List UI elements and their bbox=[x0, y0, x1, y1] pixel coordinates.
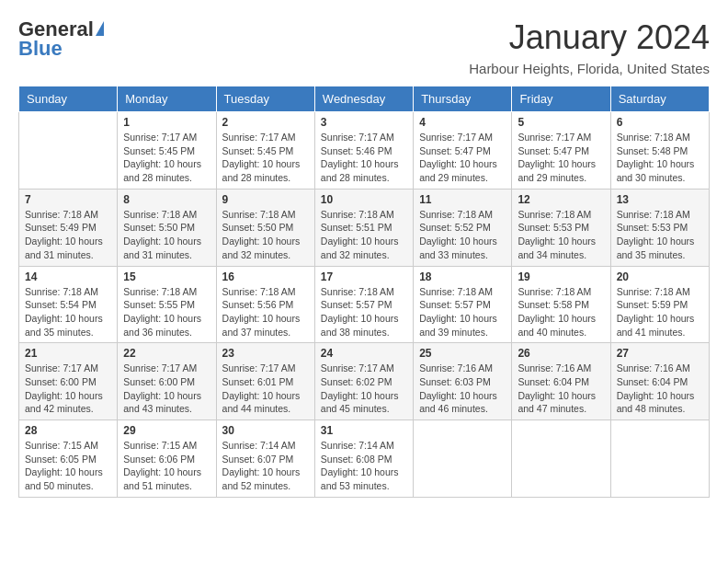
day-number: 11 bbox=[419, 193, 506, 206]
day-info: Sunrise: 7:17 AM Sunset: 6:00 PM Dayligh… bbox=[123, 362, 210, 416]
calendar-cell: 15Sunrise: 7:18 AM Sunset: 5:55 PM Dayli… bbox=[118, 266, 216, 343]
day-number: 23 bbox=[222, 347, 309, 360]
day-number: 15 bbox=[123, 270, 210, 283]
day-number: 27 bbox=[617, 347, 703, 360]
calendar-cell: 21Sunrise: 7:17 AM Sunset: 6:00 PM Dayli… bbox=[19, 343, 118, 420]
day-number: 25 bbox=[419, 347, 506, 360]
weekday-header-row: SundayMondayTuesdayWednesdayThursdayFrid… bbox=[19, 86, 710, 112]
weekday-header-thursday: Thursday bbox=[414, 86, 512, 112]
day-number: 26 bbox=[518, 347, 604, 360]
day-info: Sunrise: 7:14 AM Sunset: 6:07 PM Dayligh… bbox=[222, 439, 309, 493]
calendar-cell: 26Sunrise: 7:16 AM Sunset: 6:04 PM Dayli… bbox=[512, 343, 610, 420]
day-number: 10 bbox=[321, 193, 407, 206]
calendar-cell: 28Sunrise: 7:15 AM Sunset: 6:05 PM Dayli… bbox=[19, 420, 118, 498]
day-info: Sunrise: 7:17 AM Sunset: 5:46 PM Dayligh… bbox=[321, 131, 407, 185]
day-number: 6 bbox=[617, 116, 703, 129]
page-subtitle: Harbour Heights, Florida, United States bbox=[469, 61, 710, 76]
calendar-cell: 14Sunrise: 7:18 AM Sunset: 5:54 PM Dayli… bbox=[19, 266, 118, 343]
weekday-header-sunday: Sunday bbox=[19, 86, 118, 112]
calendar-cell: 19Sunrise: 7:18 AM Sunset: 5:58 PM Dayli… bbox=[512, 266, 610, 343]
day-info: Sunrise: 7:18 AM Sunset: 5:50 PM Dayligh… bbox=[222, 208, 309, 262]
calendar-week-row: 21Sunrise: 7:17 AM Sunset: 6:00 PM Dayli… bbox=[19, 343, 710, 420]
calendar-cell: 9Sunrise: 7:18 AM Sunset: 5:50 PM Daylig… bbox=[216, 189, 314, 266]
page-header: General Blue January 2024 Harbour Height… bbox=[18, 18, 710, 76]
calendar-cell: 6Sunrise: 7:18 AM Sunset: 5:48 PM Daylig… bbox=[610, 112, 709, 190]
day-info: Sunrise: 7:17 AM Sunset: 5:45 PM Dayligh… bbox=[123, 131, 210, 185]
day-info: Sunrise: 7:16 AM Sunset: 6:04 PM Dayligh… bbox=[518, 362, 604, 416]
day-number: 19 bbox=[518, 270, 604, 283]
day-info: Sunrise: 7:17 AM Sunset: 5:45 PM Dayligh… bbox=[222, 131, 309, 185]
logo-arrow-icon bbox=[96, 21, 104, 36]
day-number: 13 bbox=[617, 193, 703, 206]
calendar-cell: 20Sunrise: 7:18 AM Sunset: 5:59 PM Dayli… bbox=[610, 266, 709, 343]
calendar-table: SundayMondayTuesdayWednesdayThursdayFrid… bbox=[18, 86, 710, 498]
day-number: 3 bbox=[321, 116, 407, 129]
day-info: Sunrise: 7:18 AM Sunset: 5:54 PM Dayligh… bbox=[25, 285, 111, 339]
calendar-cell: 8Sunrise: 7:18 AM Sunset: 5:50 PM Daylig… bbox=[118, 189, 216, 266]
day-number: 20 bbox=[617, 270, 703, 283]
day-number: 24 bbox=[321, 347, 407, 360]
logo: General Blue bbox=[18, 18, 104, 59]
day-number: 9 bbox=[222, 193, 309, 206]
day-number: 7 bbox=[25, 193, 111, 206]
day-info: Sunrise: 7:18 AM Sunset: 5:52 PM Dayligh… bbox=[419, 208, 506, 262]
title-block: January 2024 Harbour Heights, Florida, U… bbox=[469, 18, 710, 76]
calendar-cell: 3Sunrise: 7:17 AM Sunset: 5:46 PM Daylig… bbox=[314, 112, 413, 190]
day-info: Sunrise: 7:18 AM Sunset: 5:51 PM Dayligh… bbox=[321, 208, 407, 262]
day-number: 16 bbox=[222, 270, 309, 283]
day-number: 30 bbox=[222, 424, 309, 437]
day-number: 4 bbox=[419, 116, 506, 129]
day-info: Sunrise: 7:16 AM Sunset: 6:04 PM Dayligh… bbox=[617, 362, 703, 416]
day-info: Sunrise: 7:18 AM Sunset: 5:55 PM Dayligh… bbox=[123, 285, 210, 339]
calendar-cell: 13Sunrise: 7:18 AM Sunset: 5:53 PM Dayli… bbox=[610, 189, 709, 266]
calendar-cell: 24Sunrise: 7:17 AM Sunset: 6:02 PM Dayli… bbox=[314, 343, 413, 420]
day-info: Sunrise: 7:18 AM Sunset: 5:58 PM Dayligh… bbox=[518, 285, 604, 339]
calendar-cell bbox=[414, 420, 512, 498]
day-info: Sunrise: 7:17 AM Sunset: 6:02 PM Dayligh… bbox=[321, 362, 407, 416]
calendar-cell bbox=[512, 420, 610, 498]
day-info: Sunrise: 7:14 AM Sunset: 6:08 PM Dayligh… bbox=[321, 439, 407, 493]
calendar-cell: 18Sunrise: 7:18 AM Sunset: 5:57 PM Dayli… bbox=[414, 266, 512, 343]
day-info: Sunrise: 7:18 AM Sunset: 5:56 PM Dayligh… bbox=[222, 285, 309, 339]
calendar-cell: 23Sunrise: 7:17 AM Sunset: 6:01 PM Dayli… bbox=[216, 343, 314, 420]
calendar-cell: 10Sunrise: 7:18 AM Sunset: 5:51 PM Dayli… bbox=[314, 189, 413, 266]
day-number: 21 bbox=[25, 347, 111, 360]
day-number: 17 bbox=[321, 270, 407, 283]
page-title: January 2024 bbox=[469, 18, 710, 57]
day-number: 28 bbox=[25, 424, 111, 437]
day-number: 2 bbox=[222, 116, 309, 129]
day-info: Sunrise: 7:15 AM Sunset: 6:05 PM Dayligh… bbox=[25, 439, 111, 493]
day-info: Sunrise: 7:17 AM Sunset: 5:47 PM Dayligh… bbox=[419, 131, 506, 185]
day-number: 8 bbox=[123, 193, 210, 206]
calendar-cell: 31Sunrise: 7:14 AM Sunset: 6:08 PM Dayli… bbox=[314, 420, 413, 498]
calendar-cell bbox=[19, 112, 118, 190]
weekday-header-monday: Monday bbox=[118, 86, 216, 112]
day-info: Sunrise: 7:17 AM Sunset: 6:01 PM Dayligh… bbox=[222, 362, 309, 416]
calendar-cell: 25Sunrise: 7:16 AM Sunset: 6:03 PM Dayli… bbox=[414, 343, 512, 420]
calendar-cell bbox=[610, 420, 709, 498]
weekday-header-saturday: Saturday bbox=[610, 86, 709, 112]
day-info: Sunrise: 7:18 AM Sunset: 5:49 PM Dayligh… bbox=[25, 208, 111, 262]
day-info: Sunrise: 7:17 AM Sunset: 5:47 PM Dayligh… bbox=[518, 131, 604, 185]
calendar-cell: 30Sunrise: 7:14 AM Sunset: 6:07 PM Dayli… bbox=[216, 420, 314, 498]
calendar-cell: 17Sunrise: 7:18 AM Sunset: 5:57 PM Dayli… bbox=[314, 266, 413, 343]
calendar-cell: 29Sunrise: 7:15 AM Sunset: 6:06 PM Dayli… bbox=[118, 420, 216, 498]
calendar-cell: 27Sunrise: 7:16 AM Sunset: 6:04 PM Dayli… bbox=[610, 343, 709, 420]
weekday-header-tuesday: Tuesday bbox=[216, 86, 314, 112]
calendar-week-row: 1Sunrise: 7:17 AM Sunset: 5:45 PM Daylig… bbox=[19, 112, 710, 190]
day-number: 1 bbox=[123, 116, 210, 129]
day-info: Sunrise: 7:17 AM Sunset: 6:00 PM Dayligh… bbox=[25, 362, 111, 416]
calendar-cell: 7Sunrise: 7:18 AM Sunset: 5:49 PM Daylig… bbox=[19, 189, 118, 266]
calendar-cell: 22Sunrise: 7:17 AM Sunset: 6:00 PM Dayli… bbox=[118, 343, 216, 420]
calendar-cell: 2Sunrise: 7:17 AM Sunset: 5:45 PM Daylig… bbox=[216, 112, 314, 190]
day-number: 5 bbox=[518, 116, 604, 129]
day-info: Sunrise: 7:18 AM Sunset: 5:57 PM Dayligh… bbox=[419, 285, 506, 339]
calendar-cell: 11Sunrise: 7:18 AM Sunset: 5:52 PM Dayli… bbox=[414, 189, 512, 266]
day-number: 29 bbox=[123, 424, 210, 437]
day-info: Sunrise: 7:18 AM Sunset: 5:57 PM Dayligh… bbox=[321, 285, 407, 339]
day-number: 14 bbox=[25, 270, 111, 283]
calendar-week-row: 14Sunrise: 7:18 AM Sunset: 5:54 PM Dayli… bbox=[19, 266, 710, 343]
calendar-cell: 4Sunrise: 7:17 AM Sunset: 5:47 PM Daylig… bbox=[414, 112, 512, 190]
calendar-cell: 5Sunrise: 7:17 AM Sunset: 5:47 PM Daylig… bbox=[512, 112, 610, 190]
calendar-week-row: 7Sunrise: 7:18 AM Sunset: 5:49 PM Daylig… bbox=[19, 189, 710, 266]
